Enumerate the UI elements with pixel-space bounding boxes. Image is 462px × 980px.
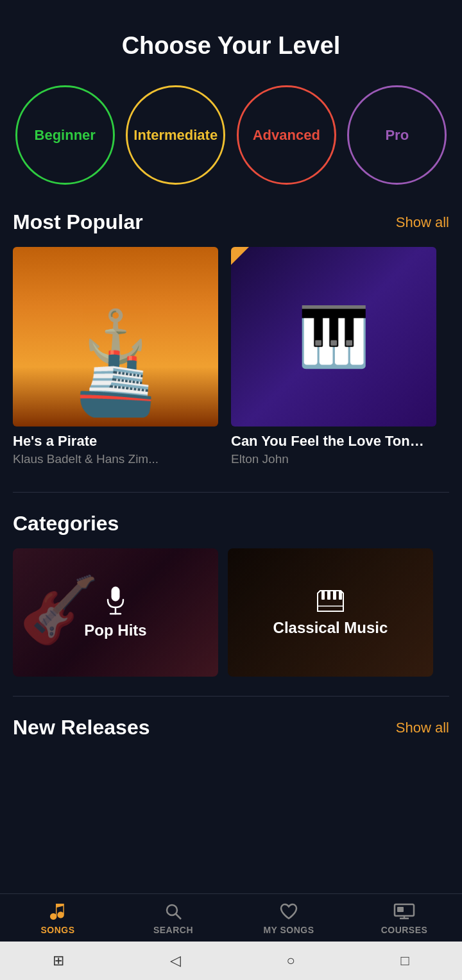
system-nav: ⊞ ◁ ○ □ bbox=[0, 942, 462, 980]
song-title-elton: Can You Feel the Love Ton… bbox=[231, 433, 436, 450]
song-image-pirates bbox=[13, 247, 218, 427]
nav-my-songs-label: MY SONGS bbox=[263, 925, 314, 935]
search-icon bbox=[164, 902, 183, 921]
bottom-nav: SONGS SEARCH MY SONGS COURSES bbox=[0, 893, 462, 942]
system-recent-icon[interactable]: □ bbox=[400, 952, 409, 969]
new-releases-header: New Releases Show all bbox=[13, 716, 449, 739]
song-artist-elton: Elton John bbox=[231, 452, 436, 466]
svg-rect-11 bbox=[397, 907, 404, 912]
nav-my-songs[interactable]: MY SONGS bbox=[257, 902, 321, 935]
song-image-elton: 🎹 bbox=[231, 247, 436, 427]
categories-scroll[interactable]: Pop Hits Classical Music bbox=[13, 548, 449, 677]
page-title: Choose Your Level bbox=[0, 0, 462, 72]
most-popular-scroll[interactable]: He's a Pirate Klaus Badelt & Hans Zim...… bbox=[13, 247, 449, 473]
level-advanced[interactable]: Advanced bbox=[237, 85, 336, 185]
divider-2 bbox=[13, 696, 449, 697]
svg-rect-6 bbox=[333, 591, 336, 600]
nav-songs[interactable]: SONGS bbox=[26, 902, 90, 935]
svg-line-9 bbox=[176, 914, 181, 919]
system-grid-icon[interactable]: ⊞ bbox=[53, 952, 64, 969]
divider-1 bbox=[13, 492, 449, 493]
nav-search-label: SEARCH bbox=[153, 925, 193, 935]
level-beginner[interactable]: Beginner bbox=[15, 85, 115, 185]
categories-section: Categories Pop Hits Classical Music bbox=[0, 512, 462, 696]
most-popular-title: Most Popular bbox=[13, 210, 143, 234]
system-back-icon[interactable]: ◁ bbox=[170, 952, 181, 969]
new-releases-show-all[interactable]: Show all bbox=[396, 720, 449, 736]
nav-courses[interactable]: COURSES bbox=[372, 902, 436, 935]
courses-icon bbox=[393, 902, 415, 921]
svg-rect-7 bbox=[339, 591, 342, 600]
most-popular-show-all[interactable]: Show all bbox=[396, 214, 449, 231]
new-releases-title: New Releases bbox=[13, 716, 150, 739]
level-selector: Beginner Intermediate Advanced Pro bbox=[0, 72, 462, 210]
category-classical-label: Classical Music bbox=[273, 619, 388, 637]
system-home-icon[interactable]: ○ bbox=[286, 952, 295, 969]
level-intermediate[interactable]: Intermediate bbox=[126, 85, 225, 185]
song-card-pirates[interactable]: He's a Pirate Klaus Badelt & Hans Zim... bbox=[13, 247, 218, 466]
piano-icon bbox=[315, 588, 346, 614]
song-card-elton[interactable]: 🎹 Can You Feel the Love Ton… Elton John bbox=[231, 247, 436, 466]
microphone-icon bbox=[104, 586, 127, 616]
category-pop[interactable]: Pop Hits bbox=[13, 548, 218, 677]
music-note-icon bbox=[48, 902, 67, 921]
svg-point-8 bbox=[167, 905, 177, 915]
song-artist-pirates: Klaus Badelt & Hans Zim... bbox=[13, 452, 218, 466]
category-classical[interactable]: Classical Music bbox=[228, 548, 433, 677]
most-popular-header: Most Popular Show all bbox=[13, 210, 449, 234]
categories-title: Categories bbox=[13, 512, 119, 536]
most-popular-section: Most Popular Show all He's a Pirate Klau… bbox=[0, 210, 462, 492]
svg-rect-0 bbox=[112, 587, 119, 601]
svg-rect-5 bbox=[327, 591, 330, 600]
nav-songs-label: SONGS bbox=[40, 925, 74, 935]
svg-rect-4 bbox=[321, 591, 325, 600]
new-releases-section: New Releases Show all bbox=[0, 716, 462, 765]
category-pop-label: Pop Hits bbox=[84, 621, 146, 639]
level-pro[interactable]: Pro bbox=[347, 85, 447, 185]
bookmark-badge bbox=[231, 247, 249, 265]
categories-header: Categories bbox=[13, 512, 449, 536]
song-title-pirates: He's a Pirate bbox=[13, 433, 218, 450]
nav-search[interactable]: SEARCH bbox=[141, 902, 205, 935]
heart-icon bbox=[279, 902, 298, 921]
nav-courses-label: COURSES bbox=[381, 925, 428, 935]
